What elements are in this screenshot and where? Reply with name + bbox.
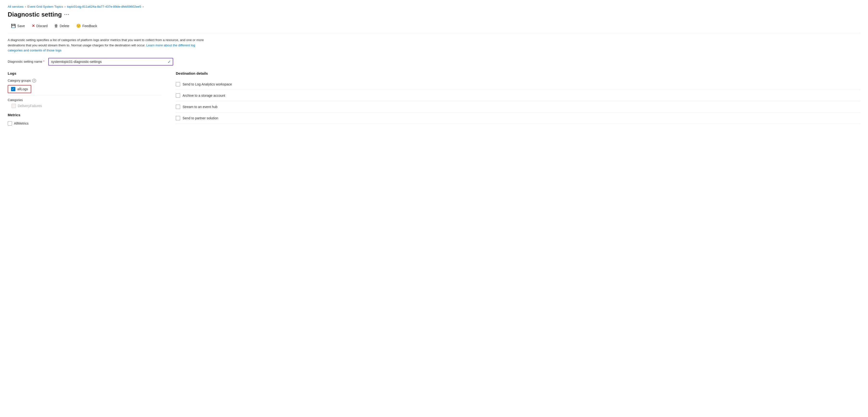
dest-log-analytics-label: Send to Log Analytics workspace xyxy=(183,82,232,86)
dest-partner-solution-label: Send to partner solution xyxy=(183,116,218,120)
all-metrics-checkbox[interactable] xyxy=(8,121,12,126)
feedback-button[interactable]: 🙂 Feedback xyxy=(73,22,100,30)
alllogs-row: ✓ allLogs xyxy=(8,85,31,93)
dest-storage-account-checkbox[interactable] xyxy=(176,93,180,98)
delivery-failures-label: DeliveryFailures xyxy=(18,104,42,108)
all-metrics-row: AllMetrics xyxy=(8,120,161,127)
left-column: Logs Category groups i ✓ allLogs Categor… xyxy=(8,71,171,128)
discard-button[interactable]: ✕ Discard xyxy=(28,22,51,30)
page-title: Diagnostic setting xyxy=(8,11,62,18)
feedback-icon: 🙂 xyxy=(76,24,81,28)
dest-storage-account: Archive to a storage account xyxy=(176,90,860,101)
delete-label: Delete xyxy=(60,24,69,28)
metrics-section-title: Metrics xyxy=(8,113,161,117)
alllogs-checkbox[interactable]: ✓ xyxy=(11,87,16,91)
logs-section-title: Logs xyxy=(8,71,161,75)
save-label: Save xyxy=(17,24,25,28)
breadcrumb-topic[interactable]: topic01stg-811a624a-8a77-437e-89de-dfeb5… xyxy=(67,5,141,8)
main-content: Logs Category groups i ✓ allLogs Categor… xyxy=(8,71,860,128)
dest-event-hub-label: Stream to an event hub xyxy=(183,105,218,109)
input-check-icon: ✓ xyxy=(168,59,171,64)
discard-icon: ✕ xyxy=(32,24,35,28)
toolbar: 💾 Save ✕ Discard 🗑 Delete 🙂 Feedback xyxy=(8,22,860,33)
dest-log-analytics-checkbox[interactable] xyxy=(176,82,180,87)
setting-name-row: Diagnostic setting name * ✓ xyxy=(8,58,860,66)
dest-partner-solution: Send to partner solution xyxy=(176,113,860,124)
delete-icon: 🗑 xyxy=(54,24,58,28)
setting-name-input[interactable] xyxy=(48,58,173,66)
breadcrumb-all-services[interactable]: All services xyxy=(8,5,24,8)
delivery-failures-checkbox xyxy=(11,104,16,108)
destination-title: Destination details xyxy=(176,71,860,75)
alllogs-label[interactable]: allLogs xyxy=(17,87,28,91)
discard-label: Discard xyxy=(36,24,48,28)
description-text: A diagnostic setting specifies a list of… xyxy=(8,37,205,53)
metrics-section: Metrics AllMetrics xyxy=(8,113,161,127)
setting-name-label: Diagnostic setting name * xyxy=(8,60,44,63)
save-button[interactable]: 💾 Save xyxy=(8,22,28,30)
save-icon: 💾 xyxy=(11,24,16,28)
breadcrumb: All services › Event Grid System Topics … xyxy=(8,5,860,8)
required-star: * xyxy=(43,60,44,63)
dest-event-hub: Stream to an event hub xyxy=(176,101,860,113)
page-title-menu[interactable]: ··· xyxy=(64,12,70,17)
right-column: Destination details Send to Log Analytic… xyxy=(171,71,860,124)
breadcrumb-event-grid[interactable]: Event Grid System Topics xyxy=(27,5,63,8)
dest-partner-solution-checkbox[interactable] xyxy=(176,116,180,120)
category-groups-label: Category groups i xyxy=(8,79,161,83)
dest-event-hub-checkbox[interactable] xyxy=(176,105,180,109)
delivery-failures-row: DeliveryFailures xyxy=(8,104,161,108)
page-title-bar: Diagnostic setting ··· xyxy=(8,11,860,18)
all-metrics-label[interactable]: AllMetrics xyxy=(14,122,29,125)
setting-name-input-wrapper: ✓ xyxy=(48,58,173,66)
dest-log-analytics: Send to Log Analytics workspace xyxy=(176,79,860,90)
delete-button[interactable]: 🗑 Delete xyxy=(51,22,72,30)
categories-label: Categories xyxy=(8,98,161,102)
dest-storage-account-label: Archive to a storage account xyxy=(183,94,225,97)
feedback-label: Feedback xyxy=(82,24,97,28)
info-icon[interactable]: i xyxy=(32,79,36,83)
